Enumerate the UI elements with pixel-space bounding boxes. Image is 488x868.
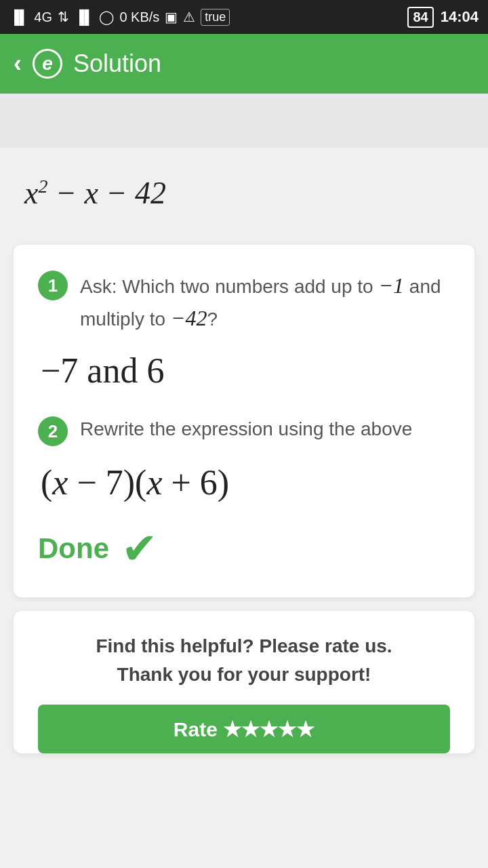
true-badge: true <box>201 9 230 26</box>
signal-icon2: ▐▌ <box>75 9 94 25</box>
back-button[interactable]: ‹ <box>14 50 22 78</box>
step-1-badge: 1 <box>38 271 68 300</box>
done-label: Done <box>38 532 109 565</box>
rate-button[interactable]: Rate ★★★★★ <box>38 705 450 753</box>
step-1-highlight2: −42 <box>171 306 207 330</box>
battery-indicator: 84 <box>407 7 433 28</box>
rate-line2: Thank you for your support! <box>38 664 450 686</box>
top-spacer <box>0 94 488 148</box>
data-icon: ⇅ <box>58 9 69 25</box>
checkmark-icon: ✔ <box>121 527 158 570</box>
page-title: Solution <box>73 50 161 78</box>
expression-text: x2 − x − 42 <box>24 176 166 210</box>
app-icon: e <box>33 49 62 79</box>
download-speed: 0 KB/s <box>119 9 159 25</box>
step-2-header: 2 Rewrite the expression using the above <box>38 415 450 446</box>
status-left: ▐▌ 4G ⇅ ▐▌ ◯ 0 KB/s ▣ ⚠ true <box>9 9 230 26</box>
time-display: 14:04 <box>441 8 479 26</box>
vpn-icon: ◯ <box>99 9 114 25</box>
app-header: ‹ e Solution <box>0 34 488 94</box>
done-section: Done ✔ <box>38 527 450 570</box>
step-2-badge: 2 <box>38 416 68 446</box>
step-1-highlight1: −1 <box>378 273 404 298</box>
main-expression: x2 − x − 42 <box>0 148 488 245</box>
step-1-text: Ask: Which two numbers add up to −1 and … <box>80 269 450 334</box>
status-right: 84 14:04 <box>407 7 479 28</box>
status-bar: ▐▌ 4G ⇅ ▐▌ ◯ 0 KB/s ▣ ⚠ true 84 14:04 <box>0 0 488 34</box>
alert-icon: ⚠ <box>183 9 195 25</box>
rate-card: Find this helpful? Please rate us. Thank… <box>14 611 474 753</box>
solution-card: 1 Ask: Which two numbers add up to −1 an… <box>14 245 474 597</box>
photo-icon: ▣ <box>165 9 178 25</box>
network-type: 4G <box>34 9 52 25</box>
step-1-answer: −7 and 6 <box>38 351 450 391</box>
signal-icon: ▐▌ <box>9 9 28 25</box>
step-2-answer: (x − 7)(x + 6) <box>38 462 450 502</box>
rate-line1: Find this helpful? Please rate us. <box>38 635 450 657</box>
step-1-header: 1 Ask: Which two numbers add up to −1 an… <box>38 269 450 334</box>
step-2-text: Rewrite the expression using the above <box>80 415 412 443</box>
